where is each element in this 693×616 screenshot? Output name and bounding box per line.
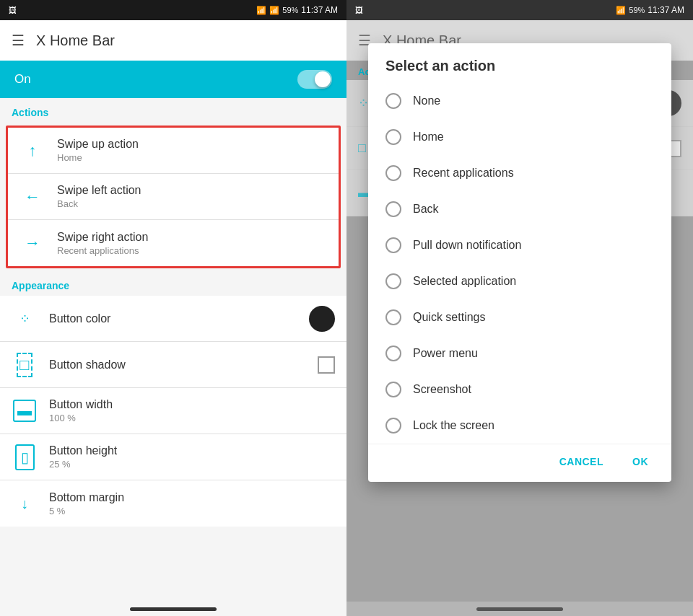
swipe-left-text: Swipe left action Back <box>57 184 327 209</box>
radio-home <box>385 129 401 145</box>
radio-pulldown <box>385 237 401 253</box>
button-height-sub: 25 % <box>49 459 335 470</box>
left-app-title: X Home Bar <box>36 32 115 49</box>
button-height-icon-area: ▯ <box>12 444 38 470</box>
bottom-margin-label: Bottom margin <box>49 491 335 504</box>
option-pulldown[interactable]: Pull down notification <box>368 227 671 263</box>
left-time: 11:37 AM <box>301 5 338 15</box>
bottom-margin-sub: 5 % <box>49 506 335 516</box>
left-bottom-bar <box>0 602 346 616</box>
on-toggle[interactable] <box>297 70 332 89</box>
swipe-left-label: Swipe left action <box>57 184 327 197</box>
button-shadow-icon: □ <box>17 353 32 377</box>
button-width-label: Button width <box>49 398 335 411</box>
left-status-right: 📶 📶 59% 11:37 AM <box>256 5 338 15</box>
option-selected-app[interactable]: Selected application <box>368 263 671 299</box>
menu-icon[interactable]: ☰ <box>12 32 25 49</box>
swipe-up-icon-area: ↑ <box>19 141 45 160</box>
on-row: On <box>0 61 346 98</box>
button-color-text: Button color <box>49 312 309 325</box>
dialog-actions: CANCEL OK <box>368 444 671 482</box>
button-shadow-label: Button shadow <box>49 358 318 371</box>
option-lock-screen[interactable]: Lock the screen <box>368 408 671 444</box>
button-color-label: Button color <box>49 312 309 325</box>
option-back[interactable]: Back <box>368 191 671 227</box>
swipe-right-icon: → <box>25 234 40 252</box>
button-shadow-text: Button shadow <box>49 358 318 371</box>
swipe-up-label: Swipe up action <box>57 138 327 151</box>
button-color-icon-area: ⁘ <box>12 311 38 327</box>
swipe-up-icon: ↑ <box>29 141 37 160</box>
swipe-right-label: Swipe right action <box>57 231 327 244</box>
button-color-icon: ⁘ <box>19 311 30 327</box>
swipe-up-row[interactable]: ↑ Swipe up action Home <box>8 128 339 174</box>
option-power-menu[interactable]: Power menu <box>368 335 671 371</box>
swipe-up-text: Swipe up action Home <box>57 138 327 163</box>
button-color-row[interactable]: ⁘ Button color <box>0 296 346 342</box>
swipe-right-icon-area: → <box>19 234 45 252</box>
swipe-up-sub: Home <box>57 152 327 163</box>
toggle-knob <box>315 71 331 87</box>
option-home[interactable]: Home <box>368 119 671 155</box>
swipe-left-sub: Back <box>57 198 327 209</box>
option-lock-screen-label: Lock the screen <box>413 419 494 432</box>
button-height-text: Button height 25 % <box>49 444 335 470</box>
battery-text: 59% <box>282 6 298 14</box>
right-panel: 🖼 📶 59% 11:37 AM ☰ X Home Bar Ac ⁘ Butto… <box>346 0 693 616</box>
button-height-row[interactable]: ▯ Button height 25 % <box>0 434 346 480</box>
photo-icon: 🖼 <box>9 6 17 14</box>
dialog-list: None Home Recent applications Back <box>368 83 671 444</box>
dialog-title: Select an action <box>368 43 671 83</box>
signal-icon: 📶 <box>269 6 279 15</box>
on-label: On <box>14 72 31 87</box>
swipe-left-row[interactable]: ← Swipe left action Back <box>8 174 339 220</box>
option-selected-app-label: Selected application <box>413 275 516 288</box>
cancel-button[interactable]: CANCEL <box>548 450 615 473</box>
shadow-checkbox[interactable] <box>318 356 335 374</box>
option-screenshot-label: Screenshot <box>413 383 471 396</box>
radio-screenshot <box>385 382 401 397</box>
radio-recent <box>385 165 401 181</box>
radio-selected-app <box>385 273 401 289</box>
actions-header: Actions <box>0 98 346 123</box>
button-width-sub: 100 % <box>49 413 335 423</box>
color-dot[interactable] <box>309 306 335 332</box>
bottom-margin-icon-area: ↓ <box>12 496 38 512</box>
option-home-label: Home <box>413 131 444 144</box>
swipe-left-icon: ← <box>25 188 40 206</box>
bottom-margin-icon: ↓ <box>21 496 28 512</box>
option-none-label: None <box>413 94 440 107</box>
swipe-right-sub: Recent applications <box>57 245 327 256</box>
appearance-header: Appearance <box>0 271 346 296</box>
option-screenshot[interactable]: Screenshot <box>368 371 671 408</box>
radio-none <box>385 93 401 109</box>
left-panel: 🖼 📶 📶 59% 11:37 AM ☰ X Home Bar On Actio… <box>0 0 346 616</box>
left-status-bar: 🖼 📶 📶 59% 11:37 AM <box>0 0 346 20</box>
button-color-right <box>309 306 335 332</box>
actions-box: ↑ Swipe up action Home ← Swipe left acti… <box>6 126 341 268</box>
select-action-dialog: Select an action None Home Recent applic… <box>368 43 671 482</box>
button-shadow-row[interactable]: □ Button shadow <box>0 342 346 388</box>
radio-power-menu <box>385 346 401 361</box>
bottom-margin-text: Bottom margin 5 % <box>49 491 335 516</box>
option-none[interactable]: None <box>368 83 671 119</box>
ok-button[interactable]: OK <box>621 450 660 473</box>
left-home-indicator <box>130 607 217 611</box>
button-width-icon: ▬ <box>13 400 36 422</box>
button-shadow-icon-area: □ <box>12 353 38 377</box>
left-scroll: Actions ↑ Swipe up action Home ← Swipe l… <box>0 98 346 602</box>
option-pulldown-label: Pull down notification <box>413 239 521 252</box>
button-height-label: Button height <box>49 444 335 457</box>
left-app-bar: ☰ X Home Bar <box>0 20 346 61</box>
button-shadow-right <box>318 356 335 374</box>
button-width-row[interactable]: ▬ Button width 100 % <box>0 388 346 434</box>
radio-quick-settings <box>385 309 401 325</box>
option-recent-label: Recent applications <box>413 167 514 180</box>
option-quick-settings[interactable]: Quick settings <box>368 299 671 335</box>
swipe-left-icon-area: ← <box>19 188 45 206</box>
swipe-right-row[interactable]: → Swipe right action Recent applications <box>8 220 339 266</box>
option-recent[interactable]: Recent applications <box>368 155 671 191</box>
dialog-overlay: Select an action None Home Recent applic… <box>346 0 693 616</box>
bottom-margin-row[interactable]: ↓ Bottom margin 5 % <box>0 480 346 527</box>
option-quick-settings-label: Quick settings <box>413 311 485 324</box>
